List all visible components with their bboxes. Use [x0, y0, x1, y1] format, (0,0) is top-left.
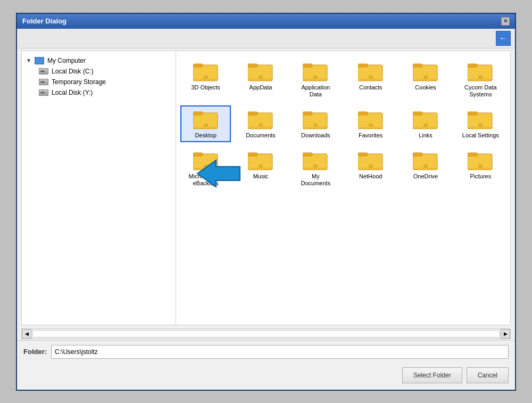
scroll-left-btn[interactable]: ◀ — [22, 329, 31, 339]
svg-rect-51 — [204, 165, 208, 168]
svg-rect-58 — [304, 168, 327, 170]
folder-label: Folder: — [23, 348, 47, 356]
folder-icon — [358, 109, 384, 130]
svg-rect-50 — [194, 168, 218, 170]
folder-name: My Documents — [297, 173, 334, 187]
folder-icon — [303, 150, 328, 171]
sidebar-item-my-computer[interactable]: ▼ My Computer — [22, 55, 176, 66]
svg-rect-69 — [468, 153, 477, 156]
svg-rect-26 — [194, 127, 218, 129]
folder-item[interactable]: Desktop — [180, 105, 231, 142]
svg-rect-27 — [204, 124, 208, 127]
folder-icon — [358, 150, 384, 171]
folder-name: Cycom Data Systems — [462, 84, 499, 98]
close-button[interactable]: ✕ — [501, 17, 510, 26]
title-bar: Folder Dialog ✕ — [17, 14, 515, 29]
cancel-button[interactable]: Cancel — [467, 367, 509, 383]
folder-icon — [303, 61, 328, 82]
back-button[interactable]: ← — [496, 31, 511, 46]
folder-item[interactable]: Downloads — [290, 105, 341, 142]
drive-icon — [39, 68, 48, 75]
folder-name: NetHood — [359, 173, 382, 180]
svg-rect-49 — [193, 153, 203, 156]
folder-name: Documents — [246, 132, 276, 139]
folder-item[interactable]: Music — [235, 146, 286, 190]
svg-rect-37 — [358, 112, 368, 115]
svg-rect-43 — [423, 124, 428, 127]
folder-icon — [248, 61, 273, 82]
folder-icon — [248, 150, 273, 171]
svg-rect-70 — [469, 168, 492, 170]
folder-icon — [468, 109, 493, 130]
computer-icon — [35, 57, 44, 64]
svg-rect-46 — [469, 127, 492, 129]
svg-rect-21 — [468, 64, 477, 67]
folder-icon — [468, 61, 493, 82]
folder-item[interactable]: 3D Objects — [180, 57, 231, 101]
folder-item[interactable]: Application Data — [290, 57, 341, 101]
svg-rect-22 — [469, 79, 492, 81]
svg-rect-35 — [313, 124, 318, 127]
folder-item[interactable]: Cookies — [400, 57, 451, 101]
svg-rect-25 — [193, 112, 203, 115]
select-folder-button[interactable]: Select Folder — [402, 367, 462, 383]
folder-name: Application Data — [297, 84, 334, 98]
svg-rect-47 — [478, 124, 483, 127]
folders-grid: 3D Objects AppData Application Data Cont… — [176, 51, 510, 197]
svg-rect-34 — [304, 127, 327, 129]
folder-name: Links — [419, 132, 433, 139]
folder-item[interactable]: AppData — [235, 57, 286, 101]
folder-icon — [358, 61, 384, 82]
folder-icon — [413, 150, 438, 171]
svg-rect-38 — [359, 127, 383, 129]
scroll-track — [32, 330, 500, 338]
svg-rect-17 — [413, 64, 422, 67]
sidebar-item-0[interactable]: Local Disk (C:) — [22, 66, 176, 77]
svg-rect-41 — [413, 112, 422, 115]
svg-rect-2 — [194, 79, 218, 81]
folder-item[interactable]: MicrosoftEdgeBackups — [180, 146, 231, 190]
folder-item[interactable]: Favorites — [345, 105, 396, 142]
dialog-title: Folder Dialog — [22, 17, 66, 25]
toolbar: ← — [17, 29, 515, 48]
svg-rect-62 — [359, 168, 383, 170]
folder-item[interactable]: NetHood — [345, 146, 396, 190]
folder-icon — [193, 61, 219, 82]
sidebar-item-label: Temporary Storage — [52, 78, 106, 86]
folder-name: Music — [253, 173, 269, 180]
folder-item[interactable]: Pictures — [455, 146, 506, 190]
folder-name: MicrosoftEdgeBackups — [187, 173, 225, 187]
svg-rect-19 — [423, 76, 428, 79]
sidebar-item-2[interactable]: Local Disk (Y:) — [22, 87, 176, 98]
drive-icon — [39, 89, 48, 96]
folder-item[interactable]: Local Settings — [455, 105, 506, 142]
sidebar-hscroll[interactable]: ◀ ▶ — [21, 328, 511, 339]
folder-item[interactable]: Cycom Data Systems — [455, 57, 506, 101]
my-computer-label: My Computer — [47, 57, 86, 64]
folder-item[interactable]: Documents — [235, 105, 286, 142]
svg-rect-67 — [423, 165, 428, 168]
folder-item[interactable]: Links — [400, 105, 451, 142]
sidebar-item-1[interactable]: Temporary Storage — [22, 77, 176, 87]
sidebar: ▼ My Computer Local Disk (C:)Temporary S… — [22, 51, 176, 325]
svg-rect-13 — [358, 64, 368, 67]
folder-name: Desktop — [195, 132, 216, 139]
svg-rect-14 — [359, 79, 383, 81]
svg-rect-11 — [313, 76, 318, 79]
drive-icon — [39, 79, 48, 85]
svg-rect-33 — [303, 112, 312, 115]
scroll-right-btn[interactable]: ▶ — [501, 329, 510, 339]
buttons-row: Select Folder Cancel — [17, 363, 515, 390]
svg-rect-66 — [414, 168, 437, 170]
folder-item[interactable]: My Documents — [290, 146, 341, 190]
folder-item[interactable]: OneDrive — [400, 146, 451, 190]
svg-rect-5 — [248, 64, 257, 67]
folder-item[interactable]: Contacts — [345, 57, 396, 101]
svg-rect-9 — [303, 64, 312, 67]
folder-name: Pictures — [470, 173, 491, 180]
content-area[interactable]: 3D Objects AppData Application Data Cont… — [176, 51, 510, 325]
folder-path-input[interactable] — [51, 345, 509, 359]
svg-rect-10 — [304, 79, 327, 81]
svg-rect-61 — [358, 153, 368, 156]
folder-icon — [468, 150, 493, 171]
